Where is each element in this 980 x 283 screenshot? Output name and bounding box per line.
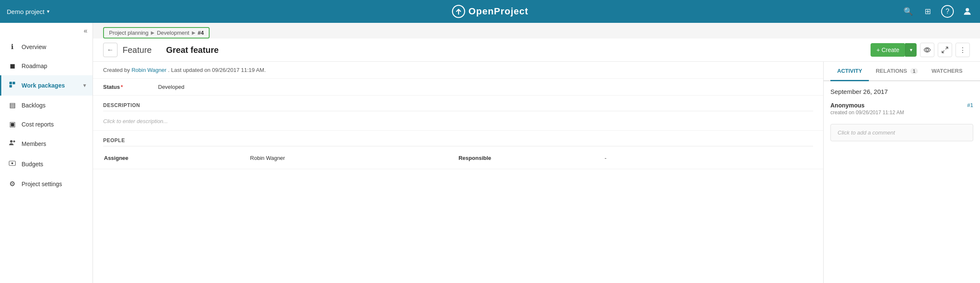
tab-watchers[interactable]: WATCHERS [925, 62, 969, 81]
sidebar-item-label: Work packages [22, 82, 78, 89]
svg-point-9 [926, 49, 928, 51]
breadcrumb-separator-1: ▶ [151, 30, 154, 36]
activity-author-info: Anonymous created on 09/26/2017 11:12 AM [830, 102, 904, 115]
more-button[interactable]: ⋮ [955, 43, 970, 57]
create-dropdown-button[interactable]: ▾ [905, 43, 917, 57]
roadmap-icon: ◼ [8, 62, 16, 70]
wp-meta: Created by Robin Wagner . Last updated o… [93, 62, 823, 79]
comment-input-area[interactable]: Click to add a comment [830, 124, 973, 141]
activity-entry: Anonymous created on 09/26/2017 11:12 AM… [830, 102, 973, 115]
budgets-icon [8, 159, 16, 169]
assignee-label: Assignee [104, 151, 249, 165]
svg-line-10 [946, 47, 948, 49]
sidebar-item-label: Backlogs [22, 102, 86, 109]
wp-header-actions: + Create ▾ ⋮ [871, 43, 970, 57]
responsible-label: Responsible [459, 151, 604, 165]
svg-point-6 [13, 140, 15, 143]
project-settings-icon: ⚙ [8, 180, 16, 188]
svg-point-5 [10, 140, 13, 143]
content-area: Project planning ▶ Development ▶ #4 ← Fe… [93, 23, 980, 283]
activity-date: September 26, 2017 [830, 88, 973, 95]
overview-icon: ℹ [8, 43, 16, 51]
grid-icon[interactable]: ⊞ [922, 5, 934, 17]
fullscreen-button[interactable] [938, 43, 952, 57]
wp-right-panel: ACTIVITY RELATIONS 1 WATCHERS September … [824, 62, 980, 283]
project-name: Demo project [7, 8, 44, 15]
user-icon[interactable] [961, 5, 973, 17]
svg-rect-2 [9, 82, 12, 84]
right-panel-tabs: ACTIVITY RELATIONS 1 WATCHERS [824, 62, 980, 81]
sidebar-item-label: Budgets [22, 161, 86, 168]
status-label: Status* [103, 84, 158, 90]
back-button[interactable]: ← [103, 43, 117, 57]
tab-relations[interactable]: RELATIONS 1 [869, 62, 925, 81]
description-section-title: DESCRIPTION [103, 102, 813, 111]
meta-suffix: . Last updated on 09/26/2017 11:19 AM. [168, 67, 265, 73]
sidebar-item-label: Overview [22, 44, 86, 50]
status-value[interactable]: Developed [158, 84, 184, 90]
work-packages-chevron-icon: ▾ [83, 82, 86, 88]
app-logo: OpenProject [452, 5, 529, 18]
responsible-value: - [605, 151, 812, 165]
svg-rect-3 [9, 85, 12, 88]
activity-author-name: Anonymous [830, 102, 904, 109]
work-packages-icon [8, 81, 16, 90]
people-section-title: PEOPLE [103, 137, 813, 146]
table-row: Assignee Robin Wagner Responsible - [104, 151, 812, 165]
breadcrumb-item-planning[interactable]: Project planning [109, 30, 148, 36]
sidebar-item-cost-reports[interactable]: ▣ Cost reports [0, 115, 93, 134]
top-navbar: Demo project ▾ OpenProject 🔍 ⊞ ? [0, 0, 980, 23]
members-icon [8, 139, 16, 148]
tab-activity[interactable]: ACTIVITY [830, 62, 869, 81]
wp-body: Created by Robin Wagner . Last updated o… [93, 62, 980, 283]
main-layout: « ℹ Overview ◼ Roadmap Work packages ▾ ▤… [0, 23, 980, 283]
sidebar-item-project-settings[interactable]: ⚙ Project settings [0, 174, 93, 193]
logo-icon [452, 5, 465, 18]
sidebar-collapse-button[interactable]: « [84, 27, 87, 35]
wp-title: Great feature [166, 45, 219, 55]
sidebar-item-label: Members [22, 140, 86, 147]
help-icon[interactable]: ? [941, 5, 954, 18]
sidebar-item-overview[interactable]: ℹ Overview [0, 37, 93, 56]
create-button[interactable]: + Create [871, 43, 905, 57]
watch-button[interactable] [920, 43, 934, 57]
breadcrumb-item-development[interactable]: Development [157, 30, 189, 36]
sidebar-item-work-packages[interactable]: Work packages ▾ [0, 75, 93, 96]
status-required: * [121, 84, 123, 90]
activity-time: created on 09/26/2017 11:12 AM [830, 110, 904, 115]
sidebar-item-label: Roadmap [22, 63, 86, 69]
wp-type: Feature [123, 45, 152, 55]
search-icon[interactable]: 🔍 [902, 5, 914, 17]
people-table: Assignee Robin Wagner Responsible - [103, 151, 813, 165]
sidebar: « ℹ Overview ◼ Roadmap Work packages ▾ ▤… [0, 23, 93, 283]
meta-prefix: Created by [103, 67, 130, 73]
relations-badge: 1 [910, 68, 918, 74]
activity-author-row: Anonymous created on 09/26/2017 11:12 AM… [830, 102, 973, 115]
svg-point-1 [966, 8, 969, 11]
wp-header: ← Feature Great feature + Create ▾ ⋮ [93, 38, 980, 62]
sidebar-item-members[interactable]: Members [0, 134, 93, 154]
people-section: PEOPLE Assignee Robin Wagner Responsible… [93, 131, 823, 169]
svg-line-11 [942, 51, 944, 53]
breadcrumb-separator-2: ▶ [192, 30, 195, 36]
cost-reports-icon: ▣ [8, 120, 16, 128]
description-section: DESCRIPTION Click to enter description..… [93, 96, 823, 131]
sidebar-item-label: Cost reports [22, 121, 86, 128]
project-dropdown-icon: ▾ [47, 8, 49, 14]
logo-text: OpenProject [469, 6, 529, 17]
description-placeholder[interactable]: Click to enter description... [103, 115, 813, 127]
project-selector[interactable]: Demo project ▾ [7, 8, 49, 15]
sidebar-collapse-area: « [0, 23, 93, 37]
activity-link[interactable]: #1 [967, 102, 973, 108]
breadcrumb-bar: Project planning ▶ Development ▶ #4 [93, 23, 980, 38]
meta-author-link[interactable]: Robin Wagner [131, 67, 167, 73]
assignee-value[interactable]: Robin Wagner [250, 151, 458, 165]
sidebar-item-backlogs[interactable]: ▤ Backlogs [0, 96, 93, 115]
sidebar-item-budgets[interactable]: Budgets [0, 154, 93, 174]
right-panel-content: September 26, 2017 Anonymous created on … [824, 81, 980, 148]
sidebar-item-label: Project settings [22, 181, 86, 187]
sidebar-item-roadmap[interactable]: ◼ Roadmap [0, 56, 93, 75]
breadcrumb-item-id: #4 [198, 30, 204, 36]
breadcrumb: Project planning ▶ Development ▶ #4 [103, 27, 210, 38]
svg-rect-4 [13, 82, 15, 84]
